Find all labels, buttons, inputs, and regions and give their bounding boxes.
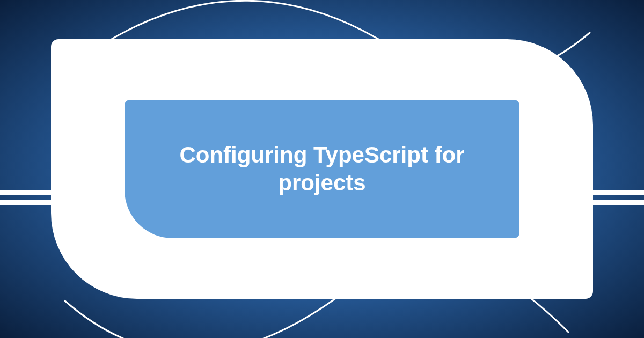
page-title: Configuring TypeScript for projects [157, 141, 487, 197]
inner-card: Configuring TypeScript for projects [125, 100, 519, 238]
